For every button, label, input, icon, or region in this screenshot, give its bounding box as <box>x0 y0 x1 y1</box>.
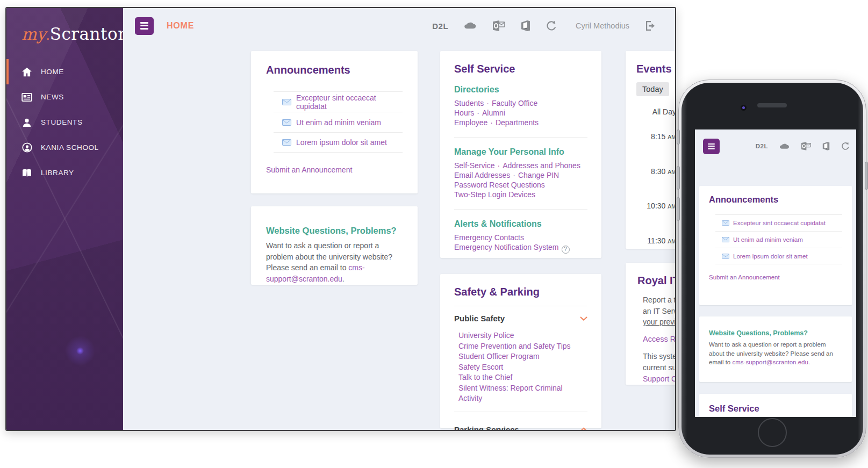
website-questions-title: Website Questions, Problems? <box>266 226 403 236</box>
sidebar-item-kania-school[interactable]: KANIA SCHOOL <box>6 135 123 160</box>
alumni-link[interactable]: Alumni <box>482 109 505 117</box>
royal-it-body2: This system is used in addition to our c… <box>643 351 676 384</box>
cms-support-email-link[interactable]: cms-support@scranton.edu <box>732 359 808 365</box>
change-pin-link[interactable]: Change PIN <box>518 171 559 179</box>
submit-announcement-link[interactable]: Submit an Announcement <box>266 165 352 174</box>
envelope-icon <box>722 237 729 242</box>
phone-topbar: D2L <box>695 129 856 163</box>
announcements-card: Announcements Excepteur sint occaecat cu… <box>251 51 418 193</box>
announcement-link[interactable]: Lorem ipsum dolor sit amet <box>296 138 387 147</box>
sidebar-item-news[interactable]: NEWS <box>6 84 123 110</box>
announcement-item[interactable]: Excepteur sint occaecat cupidatat <box>274 91 403 112</box>
help-icon[interactable]: ? <box>562 246 570 254</box>
dot-separator: · <box>510 171 518 179</box>
phone-mockup: D2L <box>678 80 866 458</box>
announcement-item[interactable]: Ut enim ad minim veniam <box>274 112 403 132</box>
phone-topbar-icons: D2L <box>756 129 850 163</box>
announcement-link[interactable]: Ut enim ad minim veniam <box>733 236 803 243</box>
phone-home-button[interactable] <box>758 418 787 447</box>
my-scranton-logo[interactable]: my.Scranton <box>21 24 129 44</box>
logo-dot: . <box>46 27 49 43</box>
book-icon <box>21 169 33 177</box>
onedrive-cloud-icon[interactable] <box>779 143 790 150</box>
desktop-window: my.Scranton HOME NEWS <box>5 7 676 431</box>
user-name[interactable]: Cyril Methodius <box>576 21 629 30</box>
announcement-link[interactable]: Lorem ipsum dolor sit amet <box>733 253 808 260</box>
topbar-icons: D2L Cyril Methodius <box>432 8 656 44</box>
emergency-contacts-link[interactable]: Emergency Contacts <box>454 233 524 242</box>
d2l-link[interactable]: D2L <box>432 21 448 31</box>
announcement-item[interactable]: Ut enim ad minim veniam <box>715 231 842 248</box>
departments-link[interactable]: Departments <box>496 118 539 127</box>
body-text: Report a technology issue, or request an… <box>643 296 676 315</box>
logout-icon[interactable] <box>645 20 656 31</box>
self-service-title: Self Service <box>454 63 587 75</box>
sidebar-item-label: STUDENTS <box>41 118 83 126</box>
event-time: All Day <box>636 107 676 127</box>
personal-info-links: Two-Step Login Devices <box>454 190 587 199</box>
personal-info-section: Manage Your Personal Info Self-Service·A… <box>454 147 587 199</box>
news-icon <box>21 93 33 102</box>
phone-menu-toggle-button[interactable] <box>703 139 720 154</box>
safety-escort-link[interactable]: Safety Escort <box>458 362 587 373</box>
tab-today[interactable]: Today <box>636 82 669 96</box>
outlook-icon[interactable] <box>801 142 811 150</box>
addresses-phones-link[interactable]: Addresses and Phones <box>503 161 580 170</box>
announcement-item[interactable]: Lorem ipsum dolor sit amet <box>715 248 842 264</box>
announcement-link[interactable]: Ut enim ad minim veniam <box>296 118 381 127</box>
phone-speaker <box>757 103 787 107</box>
envelope-icon <box>282 99 291 105</box>
events-calendar-title: Events Calendar <box>636 63 676 75</box>
two-step-login-devices-link[interactable]: Two-Step Login Devices <box>454 190 535 199</box>
phone-mute-switch <box>677 129 680 145</box>
phone-volume-up-button <box>677 166 680 190</box>
announcement-item[interactable]: Lorem ipsum dolor sit amet <box>274 132 403 153</box>
menu-toggle-button[interactable] <box>135 17 154 35</box>
announcement-link[interactable]: Excepteur sint occaecat cupidatat <box>296 93 403 111</box>
sidebar-item-label: KANIA SCHOOL <box>41 143 99 152</box>
refresh-icon[interactable] <box>546 20 557 31</box>
employee-link[interactable]: Employee <box>454 118 487 127</box>
announcements-list: Excepteur sint occaecat cupidatat Ut eni… <box>715 214 842 264</box>
self-service-link[interactable]: Self-Service <box>454 161 494 170</box>
dot-separator: · <box>474 109 482 117</box>
dot-separator: · <box>494 161 503 170</box>
submit-announcement-link[interactable]: Submit an Announcement <box>709 274 780 280</box>
phone-announcements-card: Announcements Excepteur sint occaecat cu… <box>699 186 852 305</box>
public-safety-accordion[interactable]: Public Safety <box>454 306 587 328</box>
alerts-heading: Alerts & Notifications <box>454 219 587 229</box>
office-icon[interactable] <box>521 20 530 31</box>
email-addresses-link[interactable]: Email Addresses <box>454 171 510 179</box>
body-text: Want to ask a question or report a probl… <box>266 241 392 272</box>
emergency-notification-system-link[interactable]: Emergency Notification System <box>454 243 559 251</box>
sidebar: my.Scranton HOME NEWS <box>6 8 123 430</box>
sidebar-item-students[interactable]: STUDENTS <box>6 110 123 135</box>
home-icon <box>21 67 33 77</box>
talk-to-the-chief-link[interactable]: Talk to the Chief <box>458 372 587 383</box>
personal-info-heading: Manage Your Personal Info <box>454 147 587 157</box>
sidebar-item-library[interactable]: LIBRARY <box>6 160 123 185</box>
parking-services-accordion[interactable]: Parking Services <box>454 417 587 431</box>
password-reset-questions-link[interactable]: Password Reset Questions <box>454 181 545 189</box>
student-officer-program-link[interactable]: Student Officer Program <box>458 351 587 362</box>
onedrive-cloud-icon[interactable] <box>464 21 477 30</box>
d2l-link[interactable]: D2L <box>756 143 768 149</box>
outlook-icon[interactable] <box>493 20 505 31</box>
event-time: 11:30 AM <box>636 236 676 256</box>
phone-self-service-card: Self Service <box>699 394 852 417</box>
students-link[interactable]: Students <box>454 99 484 107</box>
crime-prevention-link[interactable]: Crime Prevention and Safety Tips <box>458 341 587 352</box>
access-royal-it-link[interactable]: Access Royal IT Support <box>643 335 676 343</box>
refresh-icon[interactable] <box>841 142 850 150</box>
body-text: . <box>808 359 810 365</box>
announcement-link[interactable]: Excepteur sint occaecat cupidatat <box>733 220 826 226</box>
event-time: 8:30 AM <box>636 167 676 197</box>
announcements-title: Announcements <box>266 64 403 76</box>
university-police-link[interactable]: University Police <box>458 330 587 341</box>
silent-witness-link[interactable]: Silent Witness: Report Criminal Activity <box>458 383 587 404</box>
office-icon[interactable] <box>822 142 830 150</box>
event-time: 10:30 AM <box>636 201 676 231</box>
sidebar-item-home[interactable]: HOME <box>6 59 123 84</box>
announcement-item[interactable]: Excepteur sint occaecat cupidatat <box>715 214 842 231</box>
directories-heading: Directories <box>454 85 587 95</box>
